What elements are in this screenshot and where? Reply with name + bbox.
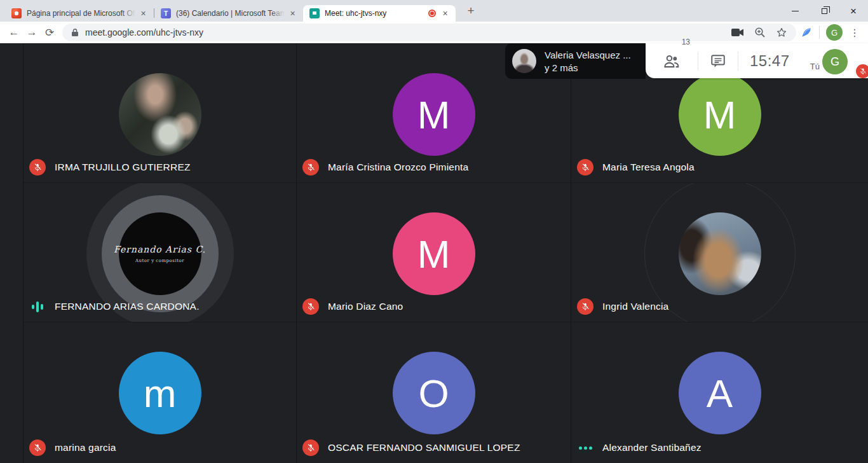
participant-name: Ingrid Valencia (602, 301, 668, 312)
chrome-menu-icon[interactable]: ⋮ (849, 27, 860, 39)
back-button[interactable]: ← (5, 24, 23, 41)
reload-button[interactable]: ⟳ (41, 24, 58, 41)
browser-navbar: ← → ⟳ meet.google.com/uhc-jtvs-nxy (0, 22, 868, 43)
tab-teams[interactable]: T (36) Calendario | Microsoft Teams × (154, 5, 303, 22)
toolbar-divider (698, 52, 698, 71)
tab-camera-icon[interactable] (731, 28, 744, 37)
tab-close-icon[interactable]: × (138, 8, 149, 19)
window-controls: × (780, 0, 868, 22)
url-text: meet.google.com/uhc-jtvs-nxy (85, 27, 203, 38)
participant-name: FERNANDO ARIAS CARDONA. (55, 301, 200, 312)
tab-office[interactable]: Página principal de Microsoft Offi × (5, 5, 154, 22)
chat-icon (710, 53, 726, 69)
tab-close-icon[interactable]: × (440, 8, 451, 19)
tab-label: Página principal de Microsoft Offi (27, 9, 135, 18)
mic-muted-icon (29, 439, 46, 456)
clock-time: 15:47 (750, 52, 790, 70)
tab-strip: Página principal de Microsoft Offi × T (… (0, 0, 480, 22)
avatar-initial: M (393, 212, 475, 295)
mic-muted-icon (302, 298, 319, 315)
participant-tile[interactable]: Ingrid Valencia (571, 183, 868, 322)
participant-name: OSCAR FERNANDO SANMIGUEL LOPEZ (328, 442, 520, 453)
chat-button[interactable] (710, 43, 726, 78)
participant-name: Maria Teresa Angola (602, 162, 695, 173)
participants-icon (662, 53, 681, 69)
notification-title: Valeria Velasquez ... (545, 50, 631, 60)
tab-label: Meet: uhc-jtvs-nxy (325, 9, 426, 18)
bookmark-star-icon[interactable] (776, 27, 787, 38)
notification-avatar (512, 49, 536, 73)
avatar-photo (119, 73, 201, 156)
browser-titlebar: Página principal de Microsoft Offi × T (… (0, 0, 868, 22)
recording-indicator-icon (428, 10, 436, 17)
avatar-photo (679, 212, 761, 295)
extension-feather-icon[interactable] (800, 26, 813, 39)
self-view-label: Tú (810, 62, 820, 71)
zoom-icon[interactable] (754, 27, 766, 38)
participant-name: marina garcia (55, 442, 116, 453)
restore-button[interactable] (810, 0, 839, 22)
toolbar-divider (738, 52, 738, 71)
office-icon (11, 8, 22, 18)
toolbar-divider (819, 26, 820, 39)
self-avatar[interactable]: G (822, 49, 848, 74)
speaking-dots-icon (577, 439, 593, 456)
avatar-initial: O (393, 352, 475, 434)
meet-icon (309, 8, 320, 18)
participants-button[interactable]: 13 (662, 43, 686, 78)
avatar-initial: M (679, 73, 761, 156)
tab-label: (36) Calendario | Microsoft Teams (176, 9, 285, 18)
participant-name: María Cristina Orozco Pimienta (328, 162, 468, 173)
participant-name: Alexander Santibañez (602, 442, 702, 453)
self-mic-muted-icon (856, 64, 868, 78)
browser-profile-avatar[interactable]: G (826, 24, 843, 41)
mic-muted-icon (302, 159, 319, 176)
participant-tile[interactable]: O OSCAR FERNANDO SANMIGUEL LOPEZ (296, 322, 571, 463)
mic-muted-icon (577, 298, 593, 315)
minimize-button[interactable] (780, 0, 810, 22)
avatar-initial: A (679, 352, 761, 434)
meet-stage: IRMA TRUJILLO GUTIERREZ M María Cristina… (0, 43, 868, 463)
notification-subtitle: y 2 más (545, 62, 631, 73)
avatar-logo: Fernando Arias C. Autor y compositor (119, 212, 201, 295)
meet-topbar: 13 15:47 Tú G (646, 43, 868, 78)
participant-name: Mario Diaz Cano (328, 301, 403, 312)
participant-name: IRMA TRUJILLO GUTIERREZ (55, 162, 191, 173)
avatar-initial: M (393, 73, 475, 156)
mic-muted-icon (302, 439, 319, 456)
teams-icon: T (161, 8, 171, 18)
mic-muted-icon (577, 159, 593, 176)
participant-tile[interactable]: A Alexander Santibañez (571, 322, 868, 463)
join-notification[interactable]: Valeria Velasquez ... y 2 más (505, 43, 646, 79)
tab-meet-active[interactable]: Meet: uhc-jtvs-nxy × (303, 5, 456, 22)
participant-tile[interactable]: M Mario Diaz Cano (296, 183, 571, 322)
lock-icon (71, 28, 79, 37)
participant-tile[interactable]: m marina garcia (23, 322, 296, 463)
participant-tile[interactable]: Fernando Arias C. Autor y compositor FER… (23, 183, 296, 322)
participant-count: 13 (682, 38, 690, 46)
forward-button[interactable]: → (23, 24, 41, 41)
browser-window: Página principal de Microsoft Offi × T (… (0, 0, 868, 463)
mic-muted-icon (29, 159, 46, 176)
avatar-initial: m (119, 352, 201, 434)
speaking-equalizer-icon (29, 298, 46, 315)
participant-grid: IRMA TRUJILLO GUTIERREZ M María Cristina… (0, 43, 868, 463)
tab-close-icon[interactable]: × (287, 8, 298, 19)
close-window-button[interactable]: × (839, 0, 868, 22)
new-tab-button[interactable]: + (462, 2, 480, 20)
participant-tile[interactable]: IRMA TRUJILLO GUTIERREZ (23, 43, 296, 183)
